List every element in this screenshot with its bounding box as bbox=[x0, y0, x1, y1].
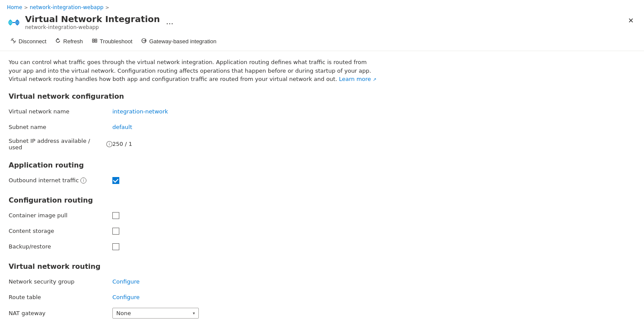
content-storage-checkbox[interactable] bbox=[112, 228, 119, 235]
container-image-label: Container image pull bbox=[9, 212, 112, 219]
content-storage-row: Content storage bbox=[9, 226, 380, 236]
app-routing-title: Application routing bbox=[9, 161, 380, 169]
subnet-ip-label: Subnet IP address available / used i bbox=[9, 138, 112, 151]
gateway-icon bbox=[141, 38, 147, 45]
disconnect-icon bbox=[10, 38, 16, 45]
learn-more-link[interactable]: Learn more ↗ bbox=[339, 76, 376, 82]
refresh-label: Refresh bbox=[63, 38, 83, 45]
route-table-label: Route table bbox=[9, 294, 112, 300]
subnet-name-value[interactable]: default bbox=[112, 124, 132, 130]
close-button[interactable]: ✕ bbox=[625, 15, 637, 26]
gateway-label: Gateway-based integration bbox=[149, 38, 216, 45]
app-routing-section: Application routing Outbound internet tr… bbox=[9, 161, 380, 186]
vnet-integration-icon bbox=[7, 16, 21, 29]
refresh-button[interactable]: Refresh bbox=[51, 35, 86, 47]
nat-gateway-label: NAT gateway bbox=[9, 310, 112, 316]
refresh-icon bbox=[55, 38, 61, 45]
nat-gateway-value: None bbox=[116, 310, 131, 316]
description-text: You can control what traffic goes throug… bbox=[9, 58, 380, 84]
route-table-row: Route table Configure bbox=[9, 292, 380, 303]
vnet-routing-section: Virtual network routing Network security… bbox=[9, 262, 380, 319]
vnet-name-label: Virtual network name bbox=[9, 108, 112, 115]
subnet-ip-info-icon: i bbox=[106, 141, 112, 147]
vnet-routing-title: Virtual network routing bbox=[9, 262, 380, 271]
backup-restore-checkbox[interactable] bbox=[112, 243, 119, 250]
disconnect-label: Disconnect bbox=[19, 38, 46, 45]
page-subtitle: network-integration-webapp bbox=[25, 24, 160, 30]
troubleshoot-label: Troubleshoot bbox=[100, 38, 132, 45]
toolbar: Disconnect Refresh Troubleshoot Gateway-… bbox=[0, 32, 644, 51]
breadcrumb-app[interactable]: network-integration-webapp bbox=[30, 4, 104, 10]
outbound-traffic-checkbox[interactable] bbox=[112, 177, 119, 184]
troubleshoot-button[interactable]: Troubleshoot bbox=[88, 35, 136, 47]
more-options-button[interactable]: ··· bbox=[164, 19, 175, 28]
backup-restore-row: Backup/restore bbox=[9, 242, 380, 252]
subnet-ip-row: Subnet IP address available / used i 250… bbox=[9, 138, 380, 151]
chevron-down-icon: ▾ bbox=[193, 311, 195, 316]
page-title: Virtual Network Integration bbox=[25, 14, 160, 24]
nsg-configure-link[interactable]: Configure bbox=[112, 278, 140, 285]
outbound-info-icon: i bbox=[80, 177, 86, 184]
vnet-config-title: Virtual network configuration bbox=[9, 92, 380, 100]
main-content: You can control what traffic goes throug… bbox=[0, 51, 389, 332]
subnet-name-row: Subnet name default bbox=[9, 122, 380, 132]
breadcrumb-home[interactable]: Home bbox=[7, 4, 22, 10]
outbound-traffic-label: Outbound internet traffic i bbox=[9, 177, 112, 184]
vnet-config-section: Virtual network configuration Virtual ne… bbox=[9, 92, 380, 151]
nat-gateway-select[interactable]: None ▾ bbox=[112, 308, 199, 319]
subnet-ip-value: 250 / 1 bbox=[112, 141, 132, 147]
backup-restore-label: Backup/restore bbox=[9, 243, 112, 250]
container-image-checkbox[interactable] bbox=[112, 212, 119, 219]
config-routing-title: Configuration routing bbox=[9, 196, 380, 204]
vnet-name-row: Virtual network name integration-network bbox=[9, 106, 380, 117]
page-header: Virtual Network Integration network-inte… bbox=[0, 12, 644, 30]
nat-gateway-row: NAT gateway None ▾ bbox=[9, 308, 380, 319]
content-storage-label: Content storage bbox=[9, 228, 112, 234]
subnet-name-label: Subnet name bbox=[9, 124, 112, 130]
gateway-button[interactable]: Gateway-based integration bbox=[137, 35, 220, 47]
route-table-configure-link[interactable]: Configure bbox=[112, 294, 140, 300]
vnet-name-value[interactable]: integration-network bbox=[112, 108, 168, 115]
nsg-label: Network security group bbox=[9, 278, 112, 285]
container-image-row: Container image pull bbox=[9, 210, 380, 221]
config-routing-section: Configuration routing Container image pu… bbox=[9, 196, 380, 252]
troubleshoot-icon bbox=[92, 38, 98, 45]
breadcrumb-sep1: > bbox=[24, 5, 28, 10]
disconnect-button[interactable]: Disconnect bbox=[7, 35, 50, 47]
breadcrumb-sep2: > bbox=[105, 5, 109, 10]
outbound-traffic-row: Outbound internet traffic i bbox=[9, 175, 380, 186]
svg-line-3 bbox=[12, 39, 15, 42]
breadcrumb: Home > network-integration-webapp > bbox=[0, 0, 644, 12]
nsg-row: Network security group Configure bbox=[9, 277, 380, 287]
